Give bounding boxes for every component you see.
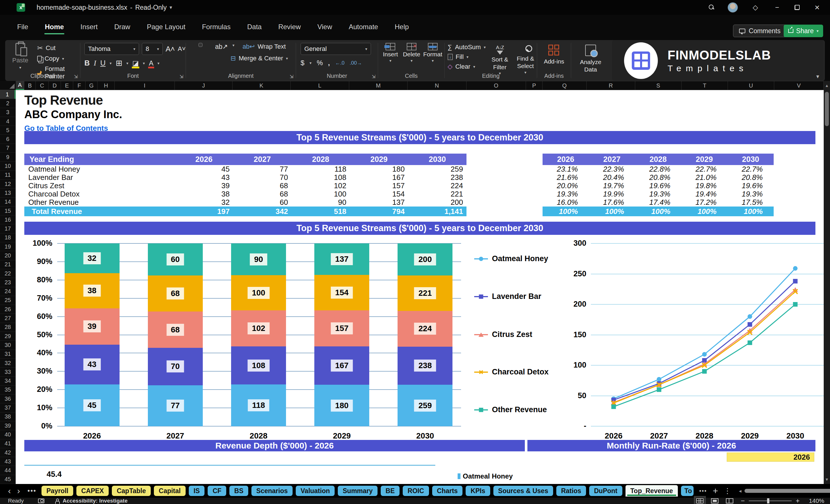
row-header-9[interactable]: 9 <box>0 153 15 162</box>
fill-color-button[interactable]: ◪ <box>132 60 139 67</box>
analyze-data-button[interactable]: Analyze Data <box>571 44 610 73</box>
row-header-18[interactable]: 18 <box>0 233 15 242</box>
font-color-dropdown-icon[interactable]: ▾ <box>158 61 160 65</box>
sheet-nav-right-icon[interactable]: › <box>17 486 20 496</box>
row-header-21[interactable]: 21 <box>0 260 15 269</box>
row-header-34[interactable]: 34 <box>0 377 15 385</box>
cell-value[interactable]: 238 <box>408 173 467 182</box>
pct-value[interactable]: 19.8% <box>681 181 728 190</box>
font-name-select[interactable]: Tahoma▾ <box>84 43 139 55</box>
row-header-32[interactable]: 32 <box>0 359 15 368</box>
premium-diamond-icon[interactable]: ◇ <box>751 3 760 11</box>
column-header-N[interactable]: N <box>408 81 467 90</box>
ribbon-tab-formulas[interactable]: Formulas <box>196 20 237 35</box>
pct-value[interactable]: 19.3% <box>635 190 681 198</box>
close-button[interactable]: × <box>813 3 822 12</box>
accounting-format-button[interactable]: $ <box>300 59 304 67</box>
row-header-15[interactable]: 15 <box>0 207 15 215</box>
sheet-tab-ratios[interactable]: Ratios <box>556 486 586 496</box>
autosum-button[interactable]: ∑AutoSum▾ <box>448 43 486 51</box>
tabs-overflow-icon[interactable]: ••• <box>699 488 707 494</box>
pct-value[interactable]: 21.6% <box>543 173 589 182</box>
ribbon-tab-automate[interactable]: Automate <box>342 20 384 35</box>
runrate-year-cell[interactable]: 2026 <box>727 452 814 462</box>
cell-value[interactable]: 60 <box>233 198 291 207</box>
cell-value[interactable]: 68 <box>233 190 291 198</box>
scroll-down-icon[interactable]: ▼ <box>824 477 830 482</box>
row-header-37[interactable]: 37 <box>0 403 15 412</box>
font-size-select[interactable]: 8▾ <box>142 43 163 55</box>
decrease-indent-button[interactable] <box>215 55 218 58</box>
cell-value[interactable]: 157 <box>350 181 408 190</box>
borders-dropdown-icon[interactable]: ▾ <box>126 61 128 65</box>
pct-value[interactable]: 19.3% <box>543 190 589 198</box>
row-header-43[interactable]: 43 <box>0 457 15 466</box>
row-header-39[interactable]: 39 <box>0 421 15 430</box>
pct-value[interactable]: 23.1% <box>543 165 589 174</box>
column-header-R[interactable]: R <box>586 81 635 90</box>
column-header-Q[interactable]: Q <box>543 81 586 90</box>
cell-value[interactable]: 200 <box>408 198 467 207</box>
row-header-26[interactable]: 26 <box>0 305 15 314</box>
orientation-button[interactable]: ab↗ <box>215 43 228 51</box>
cell-value[interactable]: 43 <box>175 173 233 182</box>
clipboard-dialog-launcher[interactable]: ⇲ <box>74 74 78 79</box>
row-header-41[interactable]: 41 <box>0 439 15 448</box>
cell-value[interactable]: 108 <box>291 173 350 182</box>
row-header-23[interactable]: 23 <box>0 278 15 287</box>
align-top-button[interactable] <box>190 43 194 46</box>
sheet-tab-sources-uses[interactable]: Sources & Uses <box>493 486 553 496</box>
column-header-L[interactable]: L <box>291 81 349 90</box>
zoom-out-icon[interactable]: − <box>741 497 745 504</box>
pct-value[interactable]: 19.3% <box>727 190 774 198</box>
row-label-lavender-bar[interactable]: Lavender Bar <box>24 173 175 182</box>
row-header-5[interactable]: 5 <box>0 126 15 135</box>
sheet-tab-is[interactable]: IS <box>189 486 205 496</box>
row-header-19[interactable]: 19 <box>0 242 15 251</box>
zoom-slider-thumb[interactable] <box>767 498 769 503</box>
align-center-button[interactable] <box>198 55 202 58</box>
underline-dropdown-icon[interactable]: ▾ <box>109 61 111 65</box>
ribbon-tab-help[interactable]: Help <box>388 20 415 35</box>
column-header-G[interactable]: G <box>86 81 98 90</box>
column-header-D[interactable]: D <box>49 81 61 90</box>
column-header-C[interactable]: C <box>36 81 49 90</box>
cell-value[interactable]: 38 <box>175 190 233 198</box>
row-header-6[interactable]: 6 <box>0 135 15 144</box>
merge-center-button[interactable]: ⊟Merge & Center▾ <box>230 55 288 62</box>
hscroll-left-icon[interactable]: ◄ <box>738 489 742 494</box>
sheet-tab-capex[interactable]: CAPEX <box>76 486 109 496</box>
cut-button[interactable]: ✂Cut <box>37 44 80 52</box>
ribbon-tab-draw[interactable]: Draw <box>108 20 136 35</box>
column-header-F[interactable]: F <box>73 81 86 90</box>
row-label-other-revenue[interactable]: Other Revenue <box>24 198 175 207</box>
vertical-scroll-thumb[interactable] <box>825 92 829 126</box>
row-header-1[interactable]: 1 <box>0 90 15 99</box>
ribbon-tab-review[interactable]: Review <box>272 20 307 35</box>
row-header-12[interactable]: 12 <box>0 180 15 189</box>
row-label-oatmeal-honey[interactable]: Oatmeal Honey <box>24 165 175 174</box>
cell-value[interactable]: 77 <box>233 165 291 174</box>
sheet-tab-captable[interactable]: CapTable <box>112 486 151 496</box>
zoom-level[interactable]: 140% <box>807 497 824 504</box>
row-label-citrus-zest[interactable]: Citrus Zest <box>24 181 175 190</box>
ribbon-tab-file[interactable]: File <box>11 20 35 35</box>
cell-value[interactable]: 45 <box>175 165 233 174</box>
pct-value[interactable]: 20.8% <box>635 173 681 182</box>
pct-value[interactable]: 17.4% <box>635 198 681 207</box>
cell-value[interactable]: 221 <box>408 190 467 198</box>
comments-button[interactable]: Comments <box>733 25 787 37</box>
row-header-17[interactable]: 17 <box>0 224 15 233</box>
row-header-13[interactable]: 13 <box>0 189 15 197</box>
italic-button[interactable]: I <box>94 59 96 67</box>
column-header-K[interactable]: K <box>232 81 291 90</box>
avatar[interactable] <box>728 2 738 12</box>
cell-value[interactable]: 167 <box>350 173 408 182</box>
cell-value[interactable]: 137 <box>350 198 408 207</box>
number-format-select[interactable]: General▾ <box>300 43 371 55</box>
sheet-tab-summary[interactable]: Summary <box>338 486 378 496</box>
row-header-7[interactable]: 7 <box>0 144 15 153</box>
tab-options-kebab-icon[interactable]: ⋮ <box>724 486 731 496</box>
sheet-area[interactable]: Top Revenue ABC Company Inc. Go to Table… <box>16 90 824 484</box>
row-header-20[interactable]: 20 <box>0 251 15 260</box>
